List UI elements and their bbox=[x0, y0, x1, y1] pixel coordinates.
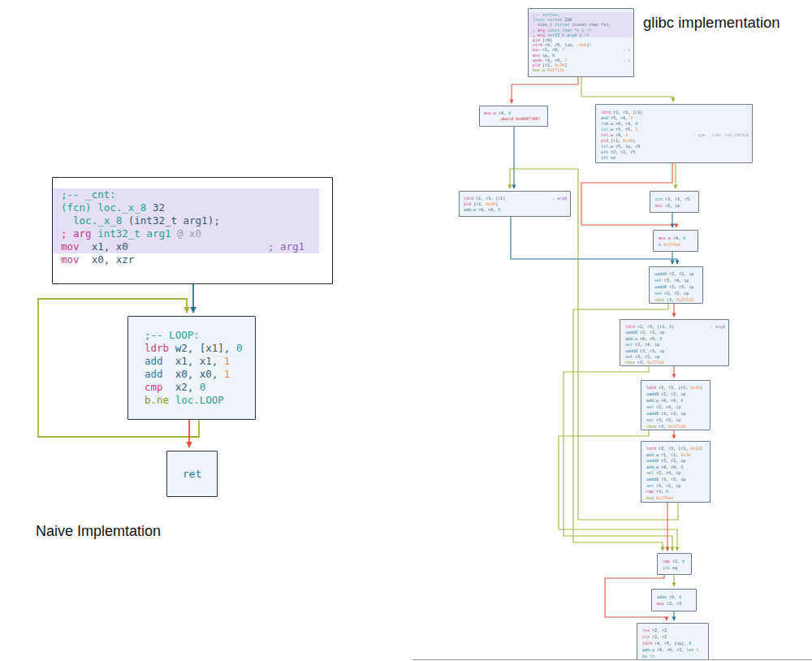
invalid-dword-block[interactable]: mov.w r4, 0 .dword 0x0007f06f bbox=[479, 106, 548, 127]
asm-line: uadd8 r3, r3, ip bbox=[620, 348, 728, 354]
asm-line: add.w r0, r0, r2, lsr 3 bbox=[637, 646, 708, 653]
epilogue-block[interactable]: rev r2, r2clz r2, r2ldrd r4, r5, [sp], 8… bbox=[637, 623, 709, 660]
asm-line: ldrd r2, r3, [r1, 0x10] bbox=[641, 384, 710, 391]
asm-line: itt ne bbox=[596, 155, 752, 161]
asm-line: beq 0x270a4 bbox=[641, 495, 710, 502]
asm-line: add.w r0, r0, 8 bbox=[620, 336, 728, 342]
asm-line: uadd8 r2, r2, ip bbox=[650, 270, 702, 277]
asm-line: b 0x270b0 bbox=[654, 241, 698, 248]
asm-line: uadd8 r3, r3, ip bbox=[641, 477, 710, 483]
asm-line: mov x1, x0; arg1 bbox=[53, 240, 319, 253]
asm-line: sel r3, r2, ip bbox=[620, 354, 728, 360]
asm-line: cmp r2, 0 bbox=[658, 558, 691, 564]
naive-ret-block[interactable]: ret bbox=[166, 451, 218, 497]
asm-line: cbnz r3, 0x27116 bbox=[620, 360, 728, 365]
asm-line: cbnz r3, 0x27116 bbox=[641, 423, 710, 430]
asm-line: pld [r1, 0x40] bbox=[596, 138, 752, 144]
asm-line: ldrd r2, r3, [r1, 0x18] bbox=[641, 446, 710, 452]
graph-edge bbox=[581, 77, 673, 102]
asm-line: ldrd r2, r3, [r1]; arg4 bbox=[460, 196, 570, 201]
tsd-locale-block[interactable]: ldrd r2, r3, [r1]and r5, r4, 3rsb.w r0, … bbox=[595, 104, 753, 163]
asm-line: rev r2, r2 bbox=[637, 627, 708, 633]
asm-line: ldrd r2, r3, [r1] bbox=[596, 110, 752, 115]
ldrd-off8-block[interactable]: ldrd r2, r3, [r1, 8]; arg4uadd8 r2, r2, … bbox=[620, 319, 729, 366]
asm-line: sel r2, r4, ip bbox=[650, 277, 702, 283]
asm-line: loc._x_8 (int32_t arg1); bbox=[53, 214, 319, 227]
asm-line: orn r2, r2, r5 bbox=[596, 149, 752, 155]
asm-line: add.w r0, r0, 8 bbox=[460, 207, 570, 213]
mov-branch-block[interactable]: mov.w r4, 0b 0x270b0 bbox=[653, 230, 698, 252]
asm-line: ;-- LOOP: bbox=[128, 329, 255, 342]
uadd8-block[interactable]: uadd8 r2, r2, ipsel r2, r4, ipuadd8 r3, … bbox=[649, 266, 703, 304]
asm-line: pld [r1, 0x40] bbox=[460, 201, 570, 207]
left-graph-title: Naive Implemtation bbox=[36, 523, 161, 540]
asm-line: bne.w 0x2712e bbox=[529, 67, 633, 72]
asm-line: ldrb w2, [x1], 0 bbox=[128, 342, 255, 355]
asm-line: uadd8 r3, r3, ip bbox=[641, 410, 710, 417]
asm-line: adds r0, 4 bbox=[652, 594, 696, 600]
asm-line: and r5, r4, 3 bbox=[596, 115, 752, 121]
asm-line: mov r2, r3 bbox=[652, 600, 696, 607]
asm-line: add.w r1, r1, 0x20 bbox=[641, 452, 710, 459]
naive-loop-block[interactable]: ;-- LOOP:ldrb w2, [x1], 0add x1, x1, 1ad… bbox=[127, 316, 256, 420]
asm-line: cmp x2, 0 bbox=[128, 381, 255, 394]
ldrd-off18-block[interactable]: ldrd r2, r3, [r1, 0x18]add.w r1, r1, 0x2… bbox=[641, 441, 710, 503]
asm-line: cmp r3, 0 bbox=[641, 489, 710, 495]
cmp-itt-block[interactable]: cmp r2, 0itt eq bbox=[657, 553, 692, 575]
asm-line: ldrd r4, r5, [sp], 8 bbox=[637, 640, 708, 646]
asm-line: itt eq bbox=[658, 564, 691, 571]
asm-line: sel r2, r4, ip bbox=[641, 470, 710, 477]
bottom-rule bbox=[412, 659, 812, 660]
ldrd-off10-block[interactable]: ldrd r2, r3, [r1, 0x10]uadd8 r2, r2, ipa… bbox=[641, 380, 710, 430]
asm-line: .dword 0x0007f06f bbox=[480, 116, 547, 122]
asm-line: sel r3, r2, ip bbox=[641, 417, 710, 423]
loop-head-block[interactable]: ldrd r2, r3, [r1]; arg4pld [r1, 0x40]add… bbox=[459, 191, 571, 217]
asm-line: add.w r0, r0, 8 bbox=[641, 464, 710, 471]
asm-line: sel r3, r2, ip bbox=[641, 483, 710, 490]
asm-line: (fcn) loc._x_8 32 bbox=[53, 201, 319, 214]
asm-line: clz r2, r2 bbox=[637, 633, 708, 640]
asm-line: ;-- _cnt: bbox=[53, 188, 319, 201]
orn-block[interactable]: orn r3, r3, r5mov r2, ip bbox=[650, 191, 699, 213]
asm-line: ; arg int32_t arg1 @ x0 bbox=[53, 227, 319, 240]
adds-block[interactable]: adds r0, 4mov r2, r3 bbox=[651, 589, 697, 611]
asm-line: mov r2, ip bbox=[650, 202, 698, 209]
asm-line: lsl.w r5, ip, r5 bbox=[596, 144, 752, 149]
asm-line: bx lr bbox=[637, 653, 708, 659]
asm-line: mov.w r4, 0 bbox=[480, 110, 547, 116]
asm-line: rsb.w r0, r4, 0 bbox=[596, 121, 752, 127]
asm-line: uadd8 r3, r3, ip bbox=[650, 283, 702, 290]
asm-line: sel r2, r4, ip bbox=[641, 404, 710, 410]
asm-line: lsl.w r5, r5, 3 bbox=[596, 127, 752, 132]
asm-line: add x1, x1, 1 bbox=[128, 355, 255, 368]
asm-line: orn r3, r3, r5 bbox=[650, 196, 698, 202]
asm-line: cbnz r3, 0x27116 bbox=[650, 296, 702, 303]
asm-line: tst.w r4, 4; sym.__libc_tsd_LOCALE bbox=[596, 132, 752, 138]
asm-line: b.ne loc.LOOP bbox=[128, 394, 255, 407]
asm-line: uadd8 r2, r2, ip bbox=[641, 391, 710, 397]
graph-edge bbox=[512, 77, 578, 103]
right-graph-title: glibc implementation bbox=[643, 14, 780, 32]
asm-line: sel r3, r2, ip bbox=[650, 290, 702, 296]
asm-line: add.w r0, r0, 8 bbox=[641, 397, 710, 404]
asm-line: ldrd r2, r3, [r1, 8]; arg4 bbox=[620, 324, 728, 330]
asm-line: uadd8 r2, r2, ip bbox=[641, 458, 710, 464]
asm-line: ret bbox=[167, 468, 217, 481]
strlen-entry-block[interactable]: ;-- strlen:(fcn) strlen 220 size_t strle… bbox=[528, 8, 634, 77]
asm-line: uadd8 r2, r2, ip bbox=[620, 330, 728, 335]
asm-line: mov.w r4, 0 bbox=[654, 235, 698, 241]
asm-line: add x0, x0, 1 bbox=[128, 368, 255, 381]
asm-line: sel r2, r4, ip bbox=[620, 342, 728, 348]
naive-entry-block[interactable]: ;-- _cnt:(fcn) loc._x_8 32 loc._x_8 (int… bbox=[52, 177, 333, 284]
asm-line: mov x0, xzr bbox=[53, 253, 332, 266]
graph-canvas: ;-- _cnt:(fcn) loc._x_8 32 loc._x_8 (int… bbox=[0, 0, 812, 661]
